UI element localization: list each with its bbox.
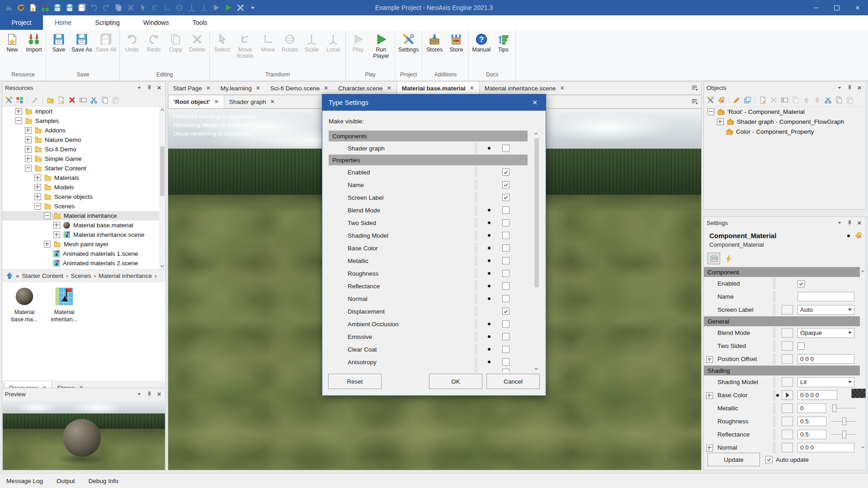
tree-item-scene-objects[interactable]: Scene objects (2, 192, 165, 202)
expand-icon[interactable] (44, 241, 51, 248)
default-value-box[interactable] (782, 377, 793, 387)
breadcrumb-segment[interactable]: Material inheritance (99, 272, 152, 279)
blend-mode-dropdown[interactable]: Opaque (797, 328, 854, 338)
delete-icon[interactable] (127, 4, 135, 12)
expand-icon[interactable] (25, 136, 32, 143)
sync-icon[interactable] (17, 4, 25, 12)
tree-item-starter-content[interactable]: Starter Content (2, 164, 165, 173)
pencil-icon[interactable] (31, 96, 39, 104)
scroll-up-icon[interactable] (860, 268, 866, 274)
visibility-checkbox[interactable] (502, 219, 509, 226)
dialog-row-base-color[interactable]: Base Color (329, 242, 528, 254)
visibility-checkbox[interactable] (502, 194, 509, 201)
name-field[interactable] (797, 292, 854, 301)
manual-button[interactable]: ?Manual (471, 31, 492, 54)
select-cursor-icon[interactable] (139, 4, 147, 12)
tag-icon[interactable] (717, 96, 725, 104)
save-button[interactable]: Save (48, 31, 69, 54)
visibility-checkbox[interactable] (502, 257, 509, 264)
scroll-down-icon[interactable] (159, 263, 165, 269)
run-player-button[interactable]: Run Player (369, 31, 393, 61)
tree-item-import[interactable]: Import (2, 107, 165, 116)
close-icon[interactable]: ✕ (156, 84, 163, 91)
dialog-row-blend-mode[interactable]: Blend Mode (329, 204, 528, 216)
default-value-box[interactable] (782, 354, 793, 364)
pin-icon[interactable] (146, 390, 153, 398)
dialog-row-clear-coat[interactable]: Clear Coat (329, 343, 528, 356)
tree-item-material-inheritance[interactable]: Material inheritance (2, 211, 165, 221)
scroll-down-icon[interactable] (533, 366, 539, 372)
resource-thumbnail[interactable]: Materialinheritan... (48, 286, 80, 323)
down-arrow-icon[interactable] (813, 96, 821, 104)
visibility-checkbox[interactable] (502, 369, 509, 372)
tree-item-sci-fi-demo[interactable]: Sci-fi Demo (2, 145, 165, 154)
visibility-checkbox[interactable] (502, 244, 509, 252)
save-icon[interactable] (53, 4, 61, 12)
tree-item-addons[interactable]: Addons (2, 126, 165, 135)
dialog-row-emissive[interactable]: Emissive (329, 330, 528, 343)
ok-button[interactable]: OK (429, 374, 482, 389)
rename-icon[interactable] (781, 96, 788, 104)
dialog-row-normal[interactable]: Normal (329, 292, 528, 305)
select-button[interactable]: Select (212, 31, 232, 54)
menu-project-button[interactable]: Project (0, 15, 43, 30)
expand-icon[interactable] (34, 184, 41, 191)
page-star-icon[interactable] (759, 96, 767, 104)
pencil-icon[interactable] (733, 96, 741, 104)
pin-icon[interactable] (846, 84, 853, 91)
panel-menu-icon[interactable] (836, 219, 843, 226)
visibility-checkbox[interactable] (502, 181, 509, 188)
paste-icon[interactable] (112, 96, 119, 104)
settings-button[interactable]: Settings (397, 31, 420, 54)
visibility-checkbox[interactable] (502, 169, 509, 176)
wrench-tools-icon[interactable] (707, 96, 714, 104)
menu-tab-scripting[interactable]: Scripting (83, 15, 131, 30)
visibility-checkbox[interactable] (502, 346, 509, 353)
tree-item-animated-materials-2-scene[interactable]: Animated materials 2.scene (2, 258, 165, 268)
expand-icon[interactable] (25, 155, 32, 162)
visibility-checkbox[interactable] (502, 206, 509, 214)
dialog-row-screen-label[interactable]: Screen Label (329, 191, 528, 204)
close-icon[interactable]: ✕ (560, 85, 564, 91)
play-icon[interactable] (212, 4, 220, 12)
tree-scrollbar[interactable] (159, 107, 165, 269)
copy-icon[interactable] (114, 4, 123, 12)
default-value-box[interactable] (782, 443, 793, 452)
scroll-up-icon[interactable] (533, 131, 539, 137)
minimize-button[interactable] (806, 0, 826, 15)
dialog-row-ambient-occlusion[interactable]: Ambient Occlusion (329, 318, 528, 330)
windows-icon[interactable] (744, 96, 751, 104)
enabled-checkbox[interactable] (797, 280, 805, 287)
scissors-icon[interactable] (824, 96, 832, 104)
visibility-checkbox[interactable] (502, 232, 509, 239)
blocks-icon[interactable] (16, 96, 24, 104)
expand-icon[interactable] (53, 222, 60, 229)
tree-item--root-component-material[interactable]: 'Root' - Component_Material (704, 107, 866, 117)
save-all-button[interactable]: Save All (94, 31, 118, 54)
resource-thumbnail[interactable]: Materialbase.ma... (9, 286, 40, 323)
tree-item-mesh-paint-layer[interactable]: Mesh paint layer (2, 239, 165, 249)
tree-item-nature-demo[interactable]: Nature Demo (2, 135, 165, 145)
save-icon[interactable] (66, 4, 74, 12)
caret-down-icon[interactable] (249, 4, 257, 12)
close-icon[interactable]: ✕ (270, 99, 275, 105)
maximize-button[interactable] (826, 0, 847, 15)
expand-icon[interactable] (34, 193, 41, 200)
scale-button[interactable]: Scale (301, 31, 322, 54)
visibility-checkbox[interactable] (502, 358, 509, 366)
default-value-box[interactable] (782, 341, 793, 351)
dialog-row-metallic[interactable]: Metallic (329, 254, 528, 267)
tree-item-animated-materials-1-scene[interactable]: Animated materials 1.scene (2, 249, 165, 258)
document-tab-my-learning[interactable]: My.learning✕ (216, 82, 265, 94)
close-icon[interactable]: ✕ (156, 390, 163, 398)
scroll-up-icon[interactable] (159, 107, 165, 113)
status-item-output[interactable]: Output (57, 478, 75, 484)
screen-label-dropdown[interactable]: Auto (797, 305, 854, 315)
auto-update-toggle[interactable]: Auto update (765, 456, 809, 463)
expand-icon[interactable] (25, 127, 32, 134)
default-value-box[interactable] (782, 305, 793, 314)
pin-icon[interactable] (146, 84, 153, 91)
two-sided-checkbox[interactable] (797, 343, 805, 350)
tree-item-material-base-material[interactable]: Material base.material (2, 221, 165, 230)
copy-doc-icon[interactable] (792, 96, 799, 104)
